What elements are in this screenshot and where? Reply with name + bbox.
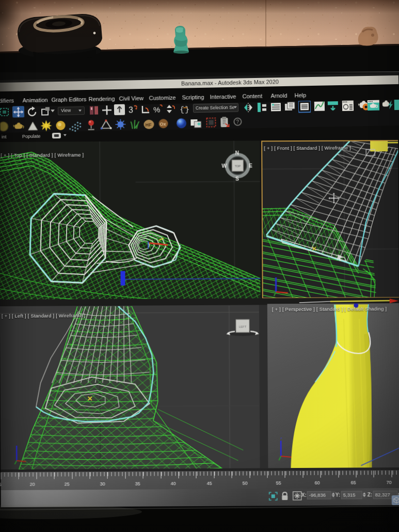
svg-text:S: S [235,176,239,182]
svg-text:z: z [280,436,282,440]
svg-text:Ox: Ox [159,121,166,127]
svg-text:3: 3 [129,105,133,114]
svg-text:W: W [221,163,227,169]
svg-text:TOP: TOP [235,165,241,168]
svg-text:LEFT: LEFT [239,325,247,328]
svg-text:HF: HF [145,122,152,128]
svg-text:N: N [235,150,239,156]
svg-text:?: ? [236,119,239,125]
svg-text:{: { [180,106,184,115]
svg-text:E: E [249,162,252,168]
svg-text:%: % [153,105,161,114]
svg-text:}: } [185,105,189,114]
